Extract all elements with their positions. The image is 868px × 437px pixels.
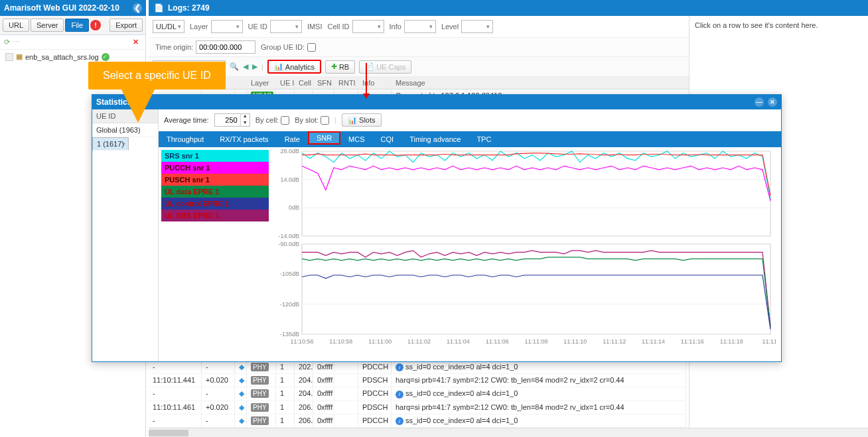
bycell-checkbox[interactable] bbox=[281, 116, 289, 125]
svg-text:11:11:: 11:11: bbox=[762, 338, 776, 345]
log-row[interactable]: --◆PHY1202.00xffffPDCCHiss_id=0 cce_inde… bbox=[149, 361, 686, 375]
svg-text:0dB: 0dB bbox=[289, 204, 299, 211]
svg-rect-9 bbox=[302, 244, 770, 334]
svg-text:11:11:06: 11:11:06 bbox=[486, 338, 509, 345]
tab-tpc[interactable]: TPC bbox=[469, 131, 499, 147]
analytics-button[interactable]: 📊Analytics bbox=[267, 60, 321, 74]
tab-rx-tx-packets[interactable]: RX/TX packets bbox=[212, 131, 276, 147]
collapse-left-icon[interactable]: ❮ bbox=[133, 3, 142, 13]
stats-ue-list: UE ID Global (1963)1 (1617) bbox=[92, 109, 159, 361]
svg-text:11:10:56: 11:10:56 bbox=[290, 338, 313, 345]
detail-hint: Click on a row to see it's content here. bbox=[695, 21, 818, 29]
tab-timing-advance[interactable]: Timing advance bbox=[401, 131, 469, 147]
legend-item[interactable]: PUSCH snr 1 bbox=[161, 174, 269, 186]
clear-x-icon[interactable]: ✕ bbox=[130, 38, 141, 46]
file-type-icon bbox=[5, 53, 13, 61]
ueid-select[interactable] bbox=[270, 20, 302, 33]
svg-text:11:11:18: 11:11:18 bbox=[720, 338, 743, 345]
log-row[interactable]: 11:10:11.461+0.020◆PHY1206.00xffffPDSCHh… bbox=[149, 401, 686, 414]
svg-text:11:11:04: 11:11:04 bbox=[447, 338, 470, 345]
app-title: Amarisoft Web GUI 2022-02-10 bbox=[4, 3, 119, 13]
horizontal-scrollbar[interactable] bbox=[149, 428, 868, 437]
group-ue-checkbox[interactable] bbox=[307, 43, 316, 52]
level-select[interactable] bbox=[461, 20, 493, 33]
layer-select[interactable] bbox=[211, 20, 243, 33]
svg-text:-14.0dB: -14.0dB bbox=[278, 233, 299, 239]
level-label: Level bbox=[441, 23, 459, 31]
info-label: Info bbox=[390, 23, 401, 31]
tab-rate[interactable]: Rate bbox=[277, 131, 308, 147]
file-button[interactable]: File bbox=[65, 19, 89, 32]
export-button[interactable]: Export bbox=[109, 19, 143, 32]
info-select[interactable] bbox=[404, 20, 436, 33]
logs-title: Logs: 2749 bbox=[168, 3, 210, 13]
log-row[interactable]: 11:10:11.441+0.020◆PHY1204.00xffffPDSCHh… bbox=[149, 374, 686, 387]
uecaps-button[interactable]: 📄UE Caps bbox=[359, 60, 411, 74]
svg-text:11:11:16: 11:11:16 bbox=[681, 338, 704, 345]
log-row[interactable]: --◆PHY1204.00xffffPDCCHiss_id=0 cce_inde… bbox=[149, 387, 686, 401]
byslot-label: By slot: bbox=[295, 116, 319, 124]
ue-row[interactable]: 1 (1617) bbox=[92, 137, 129, 151]
svg-text:28.0dB: 28.0dB bbox=[280, 148, 299, 155]
ueid-label: UE ID bbox=[248, 23, 267, 31]
dots-icon[interactable]: ⋯ bbox=[13, 38, 20, 46]
close-icon[interactable]: ✕ bbox=[768, 97, 777, 107]
tab-throughput[interactable]: Throughput bbox=[159, 131, 212, 147]
tab-snr[interactable]: SNR bbox=[308, 131, 340, 145]
svg-text:11:11:12: 11:11:12 bbox=[603, 338, 626, 345]
left-toolbar: URL Server File ! Export bbox=[0, 16, 145, 35]
tab-mcs[interactable]: MCS bbox=[340, 131, 372, 147]
stats-tabs: ThroughputRX/TX packetsRateSNRMCSCQITimi… bbox=[159, 131, 781, 147]
statistics-window: Statistics — ✕ UE ID Global (1963)1 (161… bbox=[92, 94, 782, 362]
imsi-label: IMSI bbox=[307, 23, 323, 31]
stats-toolbar: Average time: ▲▼ By cell: By slot: | 📊Sl… bbox=[159, 109, 781, 131]
svg-text:11:11:14: 11:11:14 bbox=[642, 338, 665, 345]
left-panel-header: Amarisoft Web GUI 2022-02-10 ❮ bbox=[0, 0, 146, 16]
script-icon: ▦ bbox=[16, 52, 23, 61]
layer-label: Layer bbox=[190, 23, 208, 31]
svg-text:11:10:58: 11:10:58 bbox=[329, 338, 352, 345]
time-origin-label: Time origin: bbox=[155, 43, 193, 51]
log-row[interactable]: --◆PHY1206.00xffffPDCCHiss_id=0 cce_inde… bbox=[149, 414, 686, 428]
reload-icon[interactable]: ⟳ bbox=[4, 38, 10, 46]
legend-item[interactable]: UL SRS EPRE 1 bbox=[161, 210, 269, 221]
logs-header: 📄 Logs: 2749 bbox=[149, 0, 868, 16]
next-icon[interactable]: ▶ bbox=[252, 62, 257, 71]
byslot-checkbox[interactable] bbox=[321, 116, 329, 125]
group-ue-label: Group UE ID: bbox=[261, 43, 305, 51]
uldl-select[interactable]: UL/DL bbox=[153, 20, 184, 33]
legend-item[interactable]: PUCCH snr 1 bbox=[161, 162, 269, 174]
svg-text:14.0dB: 14.0dB bbox=[280, 176, 299, 183]
svg-text:11:11:08: 11:11:08 bbox=[524, 338, 547, 345]
time-origin-input[interactable] bbox=[196, 40, 255, 54]
annotation-arrow bbox=[366, 63, 367, 95]
url-button[interactable]: URL bbox=[3, 19, 29, 32]
chart-canvas: -14.0dB0dB14.0dB28.0dB-135dB-120dB-105dB… bbox=[271, 147, 781, 361]
slots-button[interactable]: 📊Slots bbox=[342, 113, 381, 127]
legend-item[interactable]: SRS snr 1 bbox=[161, 150, 269, 162]
svg-rect-0 bbox=[302, 151, 770, 236]
cellid-select[interactable] bbox=[352, 20, 384, 33]
svg-text:11:11:00: 11:11:00 bbox=[368, 338, 392, 345]
binoculars-icon[interactable]: 🔍 bbox=[230, 62, 239, 71]
legend-item[interactable]: UL control EPRE 1 bbox=[161, 198, 269, 210]
svg-text:-120dB: -120dB bbox=[280, 301, 299, 308]
ok-check-icon: ✓ bbox=[102, 53, 109, 61]
tab-cqi[interactable]: CQI bbox=[373, 131, 402, 147]
warning-icon[interactable]: ! bbox=[90, 20, 101, 31]
svg-text:-135dB: -135dB bbox=[280, 331, 299, 338]
file-name: enb_sa_attach_srs.log bbox=[25, 53, 99, 61]
bycell-label: By cell: bbox=[255, 116, 279, 124]
svg-text:-105dB: -105dB bbox=[280, 271, 299, 277]
svg-text:11:11:10: 11:11:10 bbox=[563, 338, 587, 345]
prev-icon[interactable]: ◀ bbox=[243, 62, 248, 71]
annotation-callout: Select a specific UE ID bbox=[88, 62, 226, 123]
chart-legend: SRS snr 1PUCCH snr 1PUSCH snr 1UL data E… bbox=[159, 147, 271, 361]
file-icon: 📄 bbox=[154, 3, 164, 13]
legend-item[interactable]: UL data EPRE 1 bbox=[161, 186, 269, 198]
server-button[interactable]: Server bbox=[31, 19, 64, 32]
minimize-icon[interactable]: — bbox=[755, 97, 764, 107]
rb-button[interactable]: ✚RB bbox=[325, 60, 355, 74]
cellid-label: Cell ID bbox=[328, 23, 350, 31]
ue-row[interactable]: Global (1963) bbox=[92, 123, 158, 137]
